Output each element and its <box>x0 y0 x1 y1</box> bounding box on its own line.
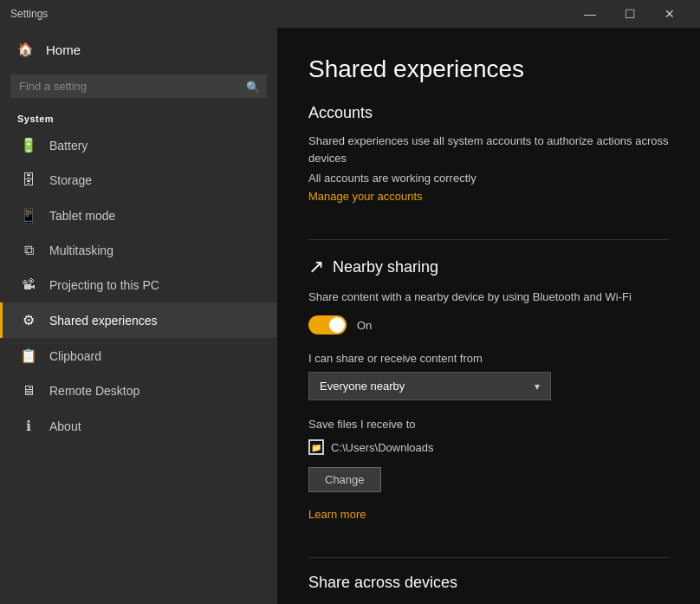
sidebar-item-home[interactable]: 🏠 Home <box>0 28 277 71</box>
content-area: Shared experiences Accounts Shared exper… <box>277 28 700 604</box>
nearby-sharing-title: Nearby sharing <box>333 258 438 276</box>
remote-desktop-icon: 🖥 <box>20 383 37 399</box>
sidebar-label-remote: Remote Desktop <box>49 384 139 398</box>
toggle-knob <box>329 317 345 333</box>
sidebar-label-about: About <box>49 419 81 433</box>
manage-accounts-link[interactable]: Manage your accounts <box>308 190 423 203</box>
main-layout: 🏠 Home 🔍 System 🔋 Battery 🗄 Storage 📱 Ta… <box>0 28 700 604</box>
chevron-down-icon: ▾ <box>535 380 540 393</box>
dropdown-value: Everyone nearby <box>320 380 405 393</box>
sidebar: 🏠 Home 🔍 System 🔋 Battery 🗄 Storage 📱 Ta… <box>0 28 277 604</box>
file-path-row: 📁 C:\Users\Downloads <box>308 439 669 455</box>
sidebar-item-remote-desktop[interactable]: 🖥 Remote Desktop <box>0 373 277 408</box>
about-icon: ℹ <box>20 418 37 434</box>
sidebar-label-projecting: Projecting to this PC <box>49 278 159 292</box>
file-path-text: C:\Users\Downloads <box>331 441 434 454</box>
sidebar-label-multitasking: Multitasking <box>49 244 113 257</box>
sidebar-item-tablet-mode[interactable]: 📱 Tablet mode <box>0 198 277 233</box>
share-receive-label: I can share or receive content from <box>308 352 669 365</box>
nearby-sharing-description: Share content with a nearby device by us… <box>308 290 669 303</box>
restore-button[interactable]: ☐ <box>610 0 650 28</box>
battery-icon: 🔋 <box>20 137 37 153</box>
sidebar-item-about[interactable]: ℹ About <box>0 408 277 444</box>
page-title: Shared experiences <box>308 55 669 83</box>
close-button[interactable]: ✕ <box>650 0 690 28</box>
sidebar-section-system: System <box>0 105 277 127</box>
sidebar-label-battery: Battery <box>49 139 88 153</box>
accounts-status: All accounts are working correctly <box>308 172 669 185</box>
projecting-icon: 📽 <box>20 277 37 293</box>
share-across-title: Share across devices <box>308 574 669 592</box>
home-label: Home <box>46 42 81 57</box>
sidebar-label-storage: Storage <box>49 173 92 187</box>
multitasking-icon: ⧉ <box>20 243 37 258</box>
accounts-title: Accounts <box>308 104 669 122</box>
accounts-description: Shared experiences use all system accoun… <box>308 133 669 166</box>
share-receive-dropdown[interactable]: Everyone nearby ▾ <box>308 372 551 400</box>
storage-icon: 🗄 <box>20 172 37 188</box>
learn-more-link[interactable]: Learn more <box>308 508 366 521</box>
section-divider-2 <box>308 557 669 558</box>
window-controls: — ☐ ✕ <box>570 0 690 28</box>
nearby-sharing-toggle[interactable] <box>308 315 347 334</box>
toggle-row: On <box>308 315 669 334</box>
folder-icon: 📁 <box>308 439 324 455</box>
section-divider <box>308 239 669 240</box>
sidebar-label-tablet: Tablet mode <box>49 209 115 223</box>
sidebar-label-shared: Shared experiences <box>49 314 158 328</box>
save-files-label: Save files I receive to <box>308 418 669 431</box>
search-icon: 🔍 <box>246 80 260 93</box>
titlebar: Settings — ☐ ✕ <box>0 0 700 28</box>
clipboard-icon: 📋 <box>20 347 37 364</box>
sidebar-item-clipboard[interactable]: 📋 Clipboard <box>0 338 277 373</box>
tablet-icon: 📱 <box>20 207 37 224</box>
sidebar-item-projecting[interactable]: 📽 Projecting to this PC <box>0 268 277 302</box>
home-icon: 🏠 <box>17 42 34 57</box>
app-title: Settings <box>10 8 48 20</box>
change-button[interactable]: Change <box>308 467 381 492</box>
sidebar-item-shared-experiences[interactable]: ⚙ Shared experiences <box>0 302 277 338</box>
sidebar-label-clipboard: Clipboard <box>49 349 101 363</box>
search-container: 🔍 <box>10 75 267 98</box>
sidebar-item-storage[interactable]: 🗄 Storage <box>0 163 277 198</box>
toggle-state-label: On <box>357 319 372 332</box>
sidebar-item-battery[interactable]: 🔋 Battery <box>0 127 277 163</box>
sidebar-item-multitasking[interactable]: ⧉ Multitasking <box>0 233 277 268</box>
nearby-sharing-header: ↗ Nearby sharing <box>308 256 669 278</box>
minimize-button[interactable]: — <box>570 0 610 28</box>
shared-experiences-icon: ⚙ <box>20 312 37 328</box>
search-input[interactable] <box>10 75 267 98</box>
nearby-sharing-icon: ↗ <box>308 256 324 278</box>
